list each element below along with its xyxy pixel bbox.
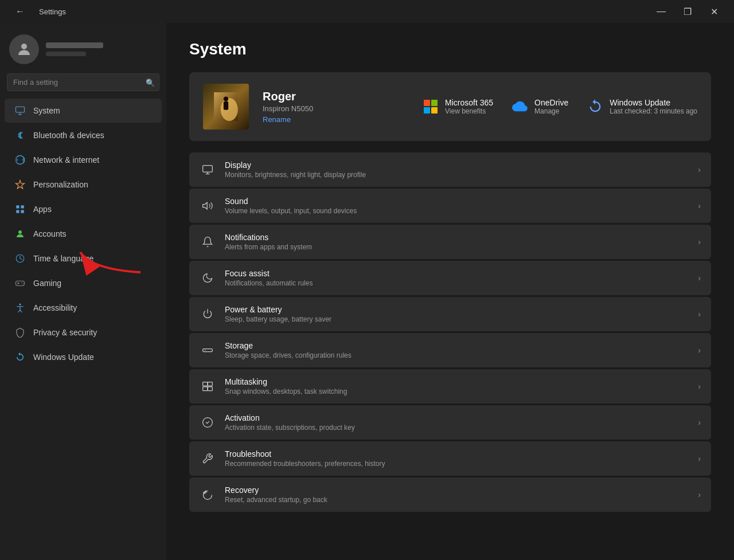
svg-point-17 [221, 98, 238, 121]
system-icon [14, 104, 26, 117]
setting-row-display[interactable]: Display Monitors, brightness, night ligh… [189, 152, 711, 187]
activation-icon [200, 414, 216, 430]
setting-name-recovery: Recovery [225, 485, 689, 495]
winupdate-icon [587, 98, 604, 115]
sidebar-item-update[interactable]: Windows Update [5, 345, 162, 369]
sidebar-item-label-personalization: Personalization [33, 180, 88, 189]
sidebar-item-label-update: Windows Update [33, 353, 94, 362]
setting-name-activation: Activation [225, 413, 689, 422]
back-button[interactable]: ← [7, 2, 33, 21]
setting-name-sound: Sound [225, 197, 689, 206]
titlebar-controls: — ❐ ✕ [648, 2, 727, 21]
setting-row-sound[interactable]: Sound Volume levels, output, input, soun… [189, 189, 711, 223]
chevron-icon-display: › [698, 165, 701, 174]
ms365-icon [422, 98, 439, 115]
setting-row-focus[interactable]: Focus assist Notifications, automatic ru… [189, 261, 711, 295]
accounts-icon [14, 228, 26, 240]
rename-link[interactable]: Rename [263, 115, 408, 124]
setting-desc-multitasking: Snap windows, desktops, task switching [225, 387, 689, 395]
onedrive-icon [512, 98, 529, 115]
setting-text-multitasking: Multitasking Snap windows, desktops, tas… [225, 377, 689, 395]
sidebar-item-bluetooth[interactable]: Bluetooth & devices [5, 123, 162, 147]
setting-row-notifications[interactable]: Notifications Alerts from apps and syste… [189, 225, 711, 259]
personalization-icon [14, 178, 26, 191]
svg-rect-26 [208, 382, 212, 386]
chevron-icon-troubleshoot: › [698, 454, 701, 463]
sidebar-item-accessibility[interactable]: Accessibility [5, 296, 162, 320]
setting-desc-display: Monitors, brightness, night light, displ… [225, 171, 689, 179]
sidebar-item-label-accounts: Accounts [33, 229, 67, 238]
chevron-icon-activation: › [698, 418, 701, 427]
sidebar-item-label-apps: Apps [33, 205, 52, 214]
close-button[interactable]: ✕ [701, 2, 727, 21]
svg-point-13 [21, 283, 22, 284]
sidebar-item-time[interactable]: Time & language [5, 246, 162, 271]
sidebar-item-apps[interactable]: Apps [5, 197, 162, 221]
user-name-block [46, 42, 103, 56]
setting-text-notifications: Notifications Alerts from apps and syste… [225, 233, 689, 251]
accessibility-icon [14, 301, 26, 314]
winupdate-service[interactable]: Windows Update Last checked: 3 minutes a… [587, 98, 697, 115]
storage-icon [200, 342, 216, 358]
user-card-services: Microsoft 365 View benefits OneDrive Man… [422, 98, 697, 115]
setting-text-troubleshoot: Troubleshoot Recommended troubleshooters… [225, 449, 689, 468]
titlebar-left: ← Settings [7, 2, 66, 21]
setting-desc-activation: Activation state, subscriptions, product… [225, 424, 689, 432]
sidebar-item-label-privacy: Privacy & security [33, 328, 97, 337]
app-body: 🔍 System Bluetooth & devices Network & i… [0, 23, 734, 560]
svg-point-18 [224, 97, 228, 101]
setting-desc-notifications: Alerts from apps and system [225, 243, 689, 251]
setting-row-activation[interactable]: Activation Activation state, subscriptio… [189, 405, 711, 440]
network-icon [14, 154, 26, 166]
setting-row-power[interactable]: Power & battery Sleep, battery usage, ba… [189, 297, 711, 331]
nav-list: System Bluetooth & devices Network & int… [0, 98, 166, 370]
setting-desc-focus: Notifications, automatic rules [225, 279, 689, 287]
sidebar-item-personalization[interactable]: Personalization [5, 173, 162, 197]
svg-point-14 [23, 283, 24, 284]
search-input[interactable] [7, 73, 159, 91]
setting-text-focus: Focus assist Notifications, automatic ru… [225, 269, 689, 287]
sidebar-item-label-network: Network & internet [33, 155, 99, 165]
svg-point-8 [18, 230, 22, 234]
svg-rect-28 [208, 387, 212, 391]
setting-text-power: Power & battery Sleep, battery usage, ba… [225, 305, 689, 323]
onedrive-info: OneDrive Manage [534, 98, 568, 115]
sidebar-item-privacy[interactable]: Privacy & security [5, 320, 162, 344]
sidebar-item-accounts[interactable]: Accounts [5, 222, 162, 246]
sidebar-item-system[interactable]: System [5, 99, 162, 123]
bluetooth-icon [14, 129, 26, 142]
chevron-icon-notifications: › [698, 237, 701, 246]
setting-name-power: Power & battery [225, 305, 689, 314]
svg-rect-1 [16, 107, 25, 112]
apps-icon [14, 203, 26, 216]
sidebar-item-gaming[interactable]: Gaming [5, 271, 162, 295]
setting-text-activation: Activation Activation state, subscriptio… [225, 413, 689, 432]
svg-rect-23 [203, 349, 213, 352]
avatar [9, 34, 39, 64]
maximize-button[interactable]: ❐ [674, 2, 701, 21]
user-card-photo [203, 84, 249, 130]
winupdate-info: Windows Update Last checked: 3 minutes a… [610, 98, 697, 115]
onedrive-service[interactable]: OneDrive Manage [512, 98, 568, 115]
ms365-info: Microsoft 365 View benefits [445, 98, 493, 115]
setting-row-storage[interactable]: Storage Storage space, drives, configura… [189, 333, 711, 367]
setting-name-multitasking: Multitasking [225, 377, 689, 386]
sound-icon [200, 198, 216, 214]
ms365-service[interactable]: Microsoft 365 View benefits [422, 98, 493, 115]
svg-rect-19 [224, 101, 228, 110]
setting-row-troubleshoot[interactable]: Troubleshoot Recommended troubleshooters… [189, 441, 711, 476]
notifications-icon [200, 234, 216, 250]
svg-rect-5 [21, 205, 24, 208]
page-title: System [189, 40, 711, 58]
ms365-sub: View benefits [445, 107, 493, 115]
setting-text-sound: Sound Volume levels, output, input, soun… [225, 197, 689, 215]
chevron-icon-recovery: › [698, 490, 701, 499]
ms365-name: Microsoft 365 [445, 98, 493, 107]
setting-row-recovery[interactable]: Recovery Reset, advanced startup, go bac… [189, 477, 711, 512]
sidebar-item-network[interactable]: Network & internet [5, 148, 162, 172]
setting-row-multitasking[interactable]: Multitasking Snap windows, desktops, tas… [189, 369, 711, 404]
svg-rect-4 [16, 205, 19, 208]
privacy-icon [14, 326, 26, 339]
setting-name-display: Display [225, 160, 689, 170]
minimize-button[interactable]: — [648, 2, 674, 21]
